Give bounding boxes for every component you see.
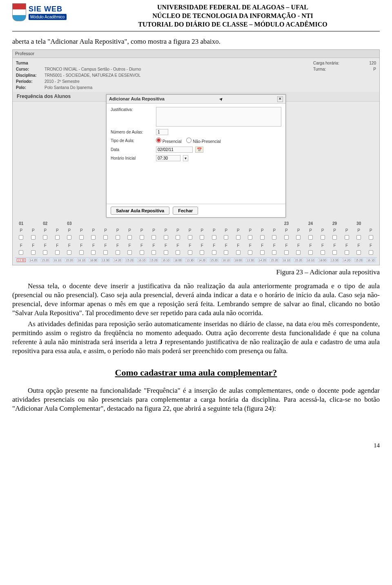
attendance-checkbox[interactable] xyxy=(345,235,349,240)
attendance-checkbox[interactable] xyxy=(127,235,132,240)
attendance-checkbox[interactable] xyxy=(308,250,313,255)
grid-checkbox-cell xyxy=(184,234,196,242)
salvar-aula-repositiva-button[interactable]: Salvar Aula Repositiva xyxy=(111,207,169,215)
attendance-checkbox[interactable] xyxy=(284,250,289,255)
attendance-checkbox[interactable] xyxy=(212,250,216,255)
attendance-checkbox[interactable] xyxy=(236,235,241,240)
attendance-checkbox[interactable] xyxy=(332,250,337,255)
grid-f-cell: F xyxy=(15,242,27,249)
attendance-checkbox[interactable] xyxy=(296,235,301,240)
attendance-checkbox[interactable] xyxy=(176,250,180,255)
grid-checkbox-cell xyxy=(39,234,51,242)
attendance-checkbox[interactable] xyxy=(79,250,84,255)
horario-inicial-input[interactable] xyxy=(156,155,180,161)
attendance-checkbox[interactable] xyxy=(115,250,120,255)
calendar-icon[interactable]: 📅 xyxy=(195,147,203,153)
attendance-checkbox[interactable] xyxy=(19,250,23,255)
ss-turma2-label: Turma: xyxy=(313,67,326,72)
attendance-checkbox[interactable] xyxy=(91,235,96,240)
attendance-checkbox[interactable] xyxy=(224,235,228,240)
attendance-checkbox[interactable] xyxy=(31,250,36,255)
grid-checkbox-cell xyxy=(316,249,329,257)
grid-header-cell xyxy=(148,220,160,227)
grid-checkbox-cell xyxy=(160,249,172,257)
attendance-checkbox[interactable] xyxy=(55,235,60,240)
grid-f-cell: F xyxy=(51,242,64,249)
attendance-checkbox[interactable] xyxy=(176,235,180,240)
grid-time-cell: 15:20 xyxy=(292,258,305,263)
attendance-checkbox[interactable] xyxy=(140,250,144,255)
attendance-checkbox[interactable] xyxy=(127,250,132,255)
data-input[interactable] xyxy=(156,147,193,153)
fechar-button[interactable]: Fechar xyxy=(173,207,198,215)
attendance-checkbox[interactable] xyxy=(164,250,168,255)
attendance-checkbox[interactable] xyxy=(260,235,265,240)
attendance-checkbox[interactable] xyxy=(369,250,373,255)
attendance-checkbox[interactable] xyxy=(43,235,47,240)
attendance-checkbox[interactable] xyxy=(91,250,96,255)
grid-checkbox-cell xyxy=(76,249,88,257)
attendance-checkbox[interactable] xyxy=(103,235,108,240)
attendance-checkbox[interactable] xyxy=(55,250,60,255)
ss-polo-value: Polo Santana Do Ipanema xyxy=(45,85,92,90)
attendance-checkbox[interactable] xyxy=(115,235,120,240)
attendance-checkbox[interactable] xyxy=(224,250,228,255)
attendance-checkbox[interactable] xyxy=(260,250,265,255)
grid-p-cell: P xyxy=(111,227,124,234)
attendance-checkbox[interactable] xyxy=(31,235,36,240)
radio-nao-presencial[interactable]: Não-Presencial xyxy=(186,138,220,144)
justificativa-input[interactable] xyxy=(156,107,281,127)
attendance-checkbox[interactable] xyxy=(79,235,84,240)
grid-checkbox-cell xyxy=(232,249,245,257)
intro-line: aberta a tela "Adicionar Aula Repositiva… xyxy=(12,37,380,46)
attendance-checkbox[interactable] xyxy=(151,250,156,255)
grid-time-cell: 14:20 xyxy=(27,258,40,263)
attendance-checkbox[interactable] xyxy=(200,235,204,240)
attendance-checkbox[interactable] xyxy=(272,250,276,255)
attendance-checkbox[interactable] xyxy=(188,235,192,240)
attendance-checkbox[interactable] xyxy=(356,250,361,255)
attendance-checkbox[interactable] xyxy=(43,250,47,255)
attendance-checkbox[interactable] xyxy=(369,235,373,240)
attendance-checkbox[interactable] xyxy=(321,235,325,240)
grid-header-cell xyxy=(100,220,112,227)
dropdown-icon[interactable]: ▾ xyxy=(183,155,188,161)
attendance-checkbox[interactable] xyxy=(67,250,71,255)
attendance-checkbox[interactable] xyxy=(140,235,144,240)
grid-time-cell: 15:20 xyxy=(268,258,281,263)
attendance-checkbox[interactable] xyxy=(296,250,301,255)
attendance-checkbox[interactable] xyxy=(308,235,313,240)
numero-aulas-input[interactable] xyxy=(156,129,168,135)
attendance-checkbox[interactable] xyxy=(248,250,252,255)
grid-checkbox-cell xyxy=(124,234,136,242)
attendance-checkbox[interactable] xyxy=(272,235,276,240)
grid-f-cell: F xyxy=(111,242,124,249)
attendance-checkbox[interactable] xyxy=(284,235,289,240)
attendance-checkbox[interactable] xyxy=(164,235,168,240)
grid-header-cell xyxy=(184,220,196,227)
attendance-checkbox[interactable] xyxy=(356,235,361,240)
modal-close-button[interactable]: ✕ xyxy=(277,96,283,102)
grid-checkbox-cell xyxy=(15,234,27,242)
grid-time-cell: 16:10 xyxy=(305,258,317,263)
attendance-checkbox[interactable] xyxy=(345,250,349,255)
attendance-checkbox[interactable] xyxy=(19,235,23,240)
radio-presencial[interactable]: Presencial xyxy=(156,138,181,144)
attendance-checkbox[interactable] xyxy=(151,235,156,240)
attendance-checkbox[interactable] xyxy=(248,235,252,240)
grid-checkbox-cell xyxy=(268,234,281,242)
attendance-checkbox[interactable] xyxy=(332,235,337,240)
attendance-checkbox[interactable] xyxy=(188,250,192,255)
grid-f-cell: F xyxy=(316,242,329,249)
attendance-checkbox[interactable] xyxy=(212,235,216,240)
grid-header-cell: 29 xyxy=(329,220,341,227)
attendance-checkbox[interactable] xyxy=(103,250,108,255)
header-line-2: NÚCLEO DE TECNOLOGIA DA INFORMAÇÃO - NTI xyxy=(86,12,380,20)
attendance-checkbox[interactable] xyxy=(67,235,71,240)
grid-checkbox-cell xyxy=(208,249,220,257)
grid-checkbox-cell xyxy=(51,234,64,242)
ss-tab-professor[interactable]: Professor xyxy=(13,50,379,58)
attendance-checkbox[interactable] xyxy=(321,250,325,255)
attendance-checkbox[interactable] xyxy=(236,250,241,255)
attendance-checkbox[interactable] xyxy=(200,250,204,255)
